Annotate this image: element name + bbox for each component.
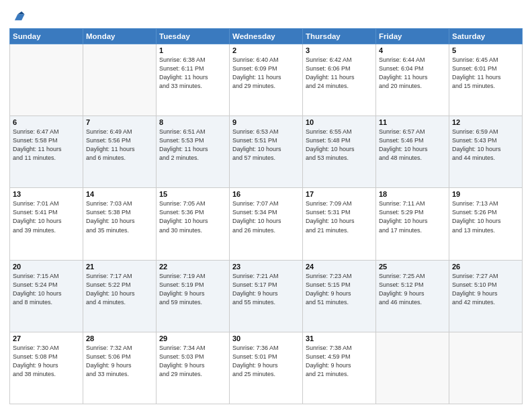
day-cell: 19Sunrise: 7:13 AM Sunset: 5:26 PM Dayli…: [449, 188, 523, 260]
day-cell: 29Sunrise: 7:34 AM Sunset: 5:03 PM Dayli…: [157, 332, 230, 404]
day-cell: 25Sunrise: 7:25 AM Sunset: 5:12 PM Dayli…: [376, 260, 449, 332]
day-cell: 31Sunrise: 7:38 AM Sunset: 4:59 PM Dayli…: [303, 332, 376, 404]
day-detail: Sunrise: 7:38 AM Sunset: 4:59 PM Dayligh…: [306, 344, 373, 379]
week-row-3: 13Sunrise: 7:01 AM Sunset: 5:41 PM Dayli…: [10, 188, 523, 260]
day-cell: 10Sunrise: 6:55 AM Sunset: 5:48 PM Dayli…: [303, 116, 376, 188]
day-cell: [376, 332, 449, 404]
weekday-header-saturday: Saturday: [449, 29, 523, 44]
day-number: 31: [306, 334, 373, 342]
day-number: 14: [86, 190, 153, 198]
day-detail: Sunrise: 6:51 AM Sunset: 5:53 PM Dayligh…: [159, 128, 226, 163]
day-cell: 23Sunrise: 7:21 AM Sunset: 5:17 PM Dayli…: [230, 260, 303, 332]
day-cell: 28Sunrise: 7:32 AM Sunset: 5:06 PM Dayli…: [83, 332, 157, 404]
weekday-header-tuesday: Tuesday: [157, 29, 230, 44]
day-number: 20: [13, 263, 80, 271]
week-row-4: 20Sunrise: 7:15 AM Sunset: 5:24 PM Dayli…: [10, 260, 523, 332]
day-detail: Sunrise: 6:47 AM Sunset: 5:58 PM Dayligh…: [13, 128, 80, 163]
day-detail: Sunrise: 7:01 AM Sunset: 5:41 PM Dayligh…: [13, 199, 80, 234]
day-detail: Sunrise: 7:11 AM Sunset: 5:29 PM Dayligh…: [379, 199, 446, 234]
day-detail: Sunrise: 7:36 AM Sunset: 5:01 PM Dayligh…: [232, 344, 300, 379]
day-detail: Sunrise: 7:27 AM Sunset: 5:10 PM Dayligh…: [452, 272, 519, 307]
day-detail: Sunrise: 7:23 AM Sunset: 5:15 PM Dayligh…: [306, 272, 373, 307]
day-cell: 15Sunrise: 7:05 AM Sunset: 5:36 PM Dayli…: [157, 188, 230, 260]
day-number: 29: [159, 334, 226, 342]
day-number: 22: [159, 263, 226, 271]
day-cell: 17Sunrise: 7:09 AM Sunset: 5:31 PM Dayli…: [303, 188, 376, 260]
day-number: 25: [379, 263, 446, 271]
day-cell: 24Sunrise: 7:23 AM Sunset: 5:15 PM Dayli…: [303, 260, 376, 332]
day-detail: Sunrise: 6:55 AM Sunset: 5:48 PM Dayligh…: [306, 128, 373, 163]
day-number: 17: [306, 190, 373, 198]
day-detail: Sunrise: 7:17 AM Sunset: 5:22 PM Dayligh…: [86, 272, 153, 307]
day-detail: Sunrise: 7:32 AM Sunset: 5:06 PM Dayligh…: [86, 344, 153, 379]
day-number: 3: [306, 46, 373, 54]
day-number: 19: [452, 190, 519, 198]
day-cell: [83, 44, 157, 116]
weekday-header-monday: Monday: [83, 29, 157, 44]
day-cell: 11Sunrise: 6:57 AM Sunset: 5:46 PM Dayli…: [376, 116, 449, 188]
svg-marker-0: [15, 14, 25, 20]
day-cell: 5Sunrise: 6:45 AM Sunset: 6:01 PM Daylig…: [449, 44, 523, 116]
day-number: 13: [13, 190, 80, 198]
day-cell: [10, 44, 83, 116]
day-detail: Sunrise: 7:09 AM Sunset: 5:31 PM Dayligh…: [306, 199, 373, 234]
day-number: 23: [232, 263, 300, 271]
week-row-2: 6Sunrise: 6:47 AM Sunset: 5:58 PM Daylig…: [10, 116, 523, 188]
day-cell: 18Sunrise: 7:11 AM Sunset: 5:29 PM Dayli…: [376, 188, 449, 260]
day-cell: 13Sunrise: 7:01 AM Sunset: 5:41 PM Dayli…: [10, 188, 83, 260]
day-detail: Sunrise: 7:05 AM Sunset: 5:36 PM Dayligh…: [159, 199, 226, 234]
day-number: 8: [159, 118, 226, 126]
day-number: 24: [306, 263, 373, 271]
day-number: 28: [86, 334, 153, 342]
header: [9, 7, 523, 24]
day-cell: 16Sunrise: 7:07 AM Sunset: 5:34 PM Dayli…: [230, 188, 303, 260]
day-number: 9: [232, 118, 300, 126]
day-number: 21: [86, 263, 153, 271]
day-detail: Sunrise: 6:44 AM Sunset: 6:04 PM Dayligh…: [379, 56, 446, 91]
day-cell: 27Sunrise: 7:30 AM Sunset: 5:08 PM Dayli…: [10, 332, 83, 404]
day-cell: 20Sunrise: 7:15 AM Sunset: 5:24 PM Dayli…: [10, 260, 83, 332]
day-number: 18: [379, 190, 446, 198]
day-number: 15: [159, 190, 226, 198]
day-number: 11: [379, 118, 446, 126]
weekday-header-wednesday: Wednesday: [230, 29, 303, 44]
day-cell: 8Sunrise: 6:51 AM Sunset: 5:53 PM Daylig…: [157, 116, 230, 188]
day-detail: Sunrise: 7:19 AM Sunset: 5:19 PM Dayligh…: [159, 272, 226, 307]
day-detail: Sunrise: 6:49 AM Sunset: 5:56 PM Dayligh…: [86, 128, 153, 163]
calendar-page: SundayMondayTuesdayWednesdayThursdayFrid…: [0, 0, 532, 411]
day-cell: 9Sunrise: 6:53 AM Sunset: 5:51 PM Daylig…: [230, 116, 303, 188]
day-detail: Sunrise: 6:40 AM Sunset: 6:09 PM Dayligh…: [232, 56, 300, 91]
day-number: 2: [232, 46, 300, 54]
day-cell: 6Sunrise: 6:47 AM Sunset: 5:58 PM Daylig…: [10, 116, 83, 188]
logo-icon: [11, 9, 26, 24]
day-detail: Sunrise: 7:34 AM Sunset: 5:03 PM Dayligh…: [159, 344, 226, 379]
day-cell: 3Sunrise: 6:42 AM Sunset: 6:06 PM Daylig…: [303, 44, 376, 116]
calendar-table: SundayMondayTuesdayWednesdayThursdayFrid…: [9, 28, 523, 404]
logo: [9, 9, 26, 24]
day-number: 5: [452, 46, 519, 54]
day-number: 1: [159, 46, 226, 54]
weekday-header-sunday: Sunday: [10, 29, 83, 44]
day-cell: 4Sunrise: 6:44 AM Sunset: 6:04 PM Daylig…: [376, 44, 449, 116]
day-number: 16: [232, 190, 300, 198]
day-cell: 12Sunrise: 6:59 AM Sunset: 5:43 PM Dayli…: [449, 116, 523, 188]
day-detail: Sunrise: 6:38 AM Sunset: 6:11 PM Dayligh…: [159, 56, 226, 91]
day-cell: 22Sunrise: 7:19 AM Sunset: 5:19 PM Dayli…: [157, 260, 230, 332]
weekday-header-thursday: Thursday: [303, 29, 376, 44]
day-cell: 21Sunrise: 7:17 AM Sunset: 5:22 PM Dayli…: [83, 260, 157, 332]
day-detail: Sunrise: 6:45 AM Sunset: 6:01 PM Dayligh…: [452, 56, 519, 91]
day-cell: [449, 332, 523, 404]
day-detail: Sunrise: 6:59 AM Sunset: 5:43 PM Dayligh…: [452, 128, 519, 163]
weekday-header-row: SundayMondayTuesdayWednesdayThursdayFrid…: [10, 29, 523, 44]
day-cell: 30Sunrise: 7:36 AM Sunset: 5:01 PM Dayli…: [230, 332, 303, 404]
day-cell: 26Sunrise: 7:27 AM Sunset: 5:10 PM Dayli…: [449, 260, 523, 332]
day-number: 12: [452, 118, 519, 126]
day-detail: Sunrise: 7:07 AM Sunset: 5:34 PM Dayligh…: [232, 199, 300, 234]
day-detail: Sunrise: 7:03 AM Sunset: 5:38 PM Dayligh…: [86, 199, 153, 234]
day-number: 6: [13, 118, 80, 126]
day-cell: 14Sunrise: 7:03 AM Sunset: 5:38 PM Dayli…: [83, 188, 157, 260]
week-row-5: 27Sunrise: 7:30 AM Sunset: 5:08 PM Dayli…: [10, 332, 523, 404]
day-number: 7: [86, 118, 153, 126]
day-detail: Sunrise: 7:30 AM Sunset: 5:08 PM Dayligh…: [13, 344, 80, 379]
week-row-1: 1Sunrise: 6:38 AM Sunset: 6:11 PM Daylig…: [10, 44, 523, 116]
